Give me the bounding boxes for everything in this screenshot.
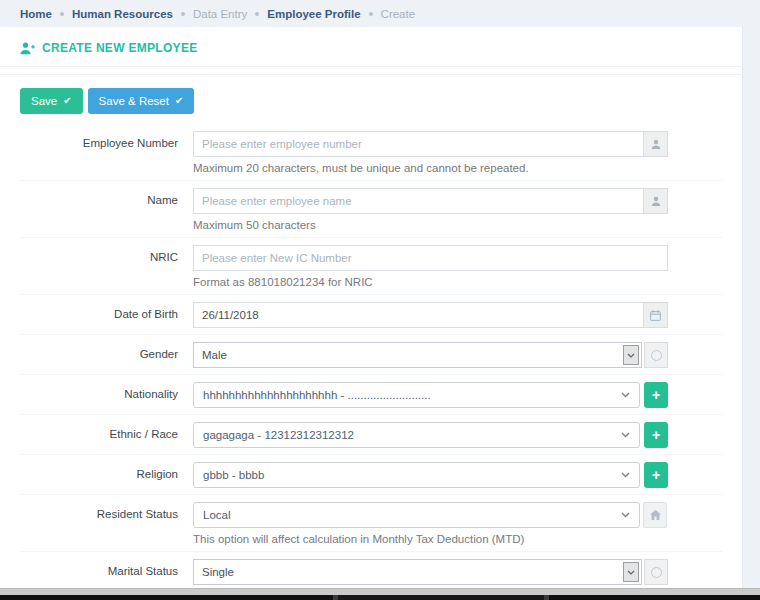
chevron-down-icon [623,562,639,582]
nationality-selected-value: hhhhhhhhhhhhhhhhhhhhh - ................… [203,389,431,401]
page-title: CREATE NEW EMPLOYEE [42,41,198,55]
save-and-reset-button[interactable]: Save & Reset✔ [88,88,195,114]
field-row-gender: Gender Male [20,334,722,374]
marital-status-label: Marital Status [20,559,193,577]
name-label: Name [20,188,193,206]
field-row-ethnic-race: Ethnic / Race gagagaga - 12312312312312 … [20,414,722,454]
breadcrumb-separator [255,12,259,16]
add-nationality-button[interactable]: + [644,382,668,408]
ethnic-race-selected-value: gagagaga - 12312312312312 [203,429,354,441]
field-row-employee-number: Employee Number Maximum 20 characters, m… [20,124,722,180]
breadcrumb-data-entry: Data Entry [193,8,247,20]
marital-status-selected-value: Single [202,566,234,578]
breadcrumb-create: Create [381,8,416,20]
breadcrumb-separator [60,12,64,16]
gender-select[interactable]: Male [193,342,642,368]
circle-icon [644,559,668,585]
nationality-label: Nationality [20,382,193,400]
check-icon: ✔ [63,96,71,106]
religion-label: Religion [20,462,193,480]
user-icon [644,188,668,214]
calendar-icon [644,302,668,328]
gender-label: Gender [20,342,193,360]
date-of-birth-label: Date of Birth [20,302,193,320]
check-icon: ✔ [175,96,183,106]
resident-status-label: Resident Status [20,502,193,520]
name-helper: Maximum 50 characters [193,219,668,231]
gender-selected-value: Male [202,349,227,361]
breadcrumb-home[interactable]: Home [20,8,52,20]
home-icon [643,502,667,528]
panel-divider [0,67,742,75]
employee-number-helper: Maximum 20 characters, must be unique an… [193,162,668,174]
breadcrumb-separator [369,12,373,16]
save-button[interactable]: Save✔ [20,88,83,114]
field-row-nric: NRIC Format as 881018021234 for NRIC [20,237,722,294]
employee-number-input[interactable] [193,131,644,157]
breadcrumb-human-resources[interactable]: Human Resources [72,8,173,20]
field-row-resident-status: Resident Status Local This option will a… [20,494,722,551]
nationality-select[interactable]: hhhhhhhhhhhhhhhhhhhhh - ................… [193,382,640,408]
breadcrumb-separator [181,12,185,16]
field-row-religion: Religion gbbb - bbbb + [20,454,722,494]
religion-selected-value: gbbb - bbbb [203,469,264,481]
circle-icon [644,342,668,368]
name-input[interactable] [193,188,644,214]
add-ethnic-race-button[interactable]: + [644,422,668,448]
nric-helper: Format as 881018021234 for NRIC [193,276,668,288]
religion-select[interactable]: gbbb - bbbb [193,462,640,488]
chevron-down-icon [621,392,630,398]
user-icon [644,131,668,157]
field-row-date-of-birth: Date of Birth [20,294,722,334]
field-row-nationality: Nationality hhhhhhhhhhhhhhhhhhhhh - ....… [20,374,722,414]
ethnic-race-select[interactable]: gagagaga - 12312312312312 [193,422,640,448]
panel-header: CREATE NEW EMPLOYEE [0,27,742,67]
user-plus-icon [20,42,35,55]
taskbar-edge [0,595,760,600]
chevron-down-icon [623,345,639,365]
resident-status-helper: This option will affect calculation in M… [193,533,668,545]
nric-input[interactable] [193,245,668,271]
chevron-down-icon [621,472,630,478]
employee-number-label: Employee Number [20,131,193,149]
marital-status-select[interactable]: Single [193,559,642,585]
breadcrumb-employee-profile[interactable]: Employee Profile [267,8,360,20]
chevron-down-icon [621,512,630,518]
ethnic-race-label: Ethnic / Race [20,422,193,440]
resident-status-select[interactable]: Local [193,502,640,528]
field-row-name: Name Maximum 50 characters [20,180,722,237]
resident-status-selected-value: Local [203,509,231,521]
add-religion-button[interactable]: + [644,462,668,488]
chevron-down-icon [621,432,630,438]
breadcrumb: Home Human Resources Data Entry Employee… [0,0,743,27]
form-toolbar: Save✔ Save & Reset✔ [20,88,722,114]
nric-label: NRIC [20,245,193,263]
field-row-marital-status: Marital Status Single [20,551,722,591]
date-of-birth-input[interactable] [193,302,644,328]
content-panel: CREATE NEW EMPLOYEE Save✔ Save & Reset✔ … [0,27,743,600]
